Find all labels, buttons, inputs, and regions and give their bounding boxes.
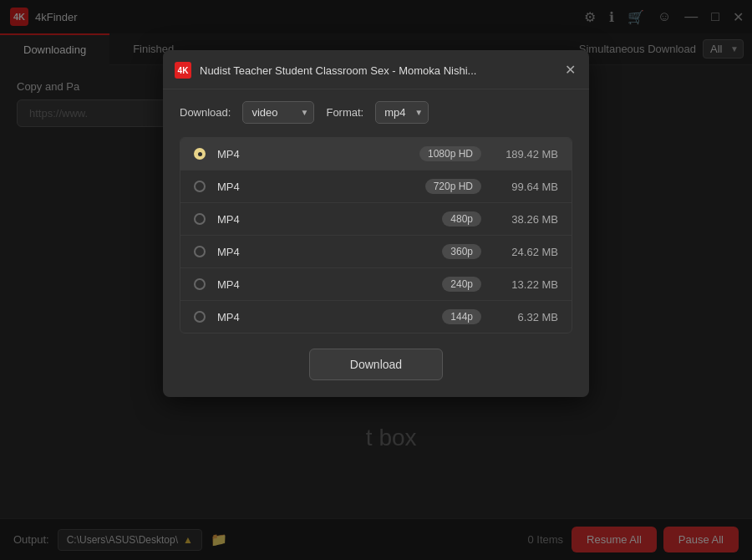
resolution-badge: 720p HD [425, 179, 481, 194]
resolution-badge: 240p [442, 277, 481, 292]
resolution-badge: 480p [442, 211, 481, 227]
modal-close-button[interactable]: ✕ [565, 64, 576, 77]
file-size: 189.42 MB [498, 148, 558, 160]
download-modal: 4K Nudist Teacher Student Classroom Sex … [163, 50, 589, 397]
quality-item[interactable]: MP4360p24.62 MB [180, 236, 572, 268]
modal-header: 4K Nudist Teacher Student Classroom Sex … [163, 50, 589, 89]
format-label: Format: [326, 106, 363, 119]
file-size: 13.22 MB [498, 278, 558, 291]
download-type-dropdown-wrapper: video audio subtitles ▼ [242, 101, 314, 124]
quality-item[interactable]: MP41080p HD189.42 MB [180, 138, 572, 171]
radio-button [194, 278, 206, 290]
format-label: MP4 [217, 278, 442, 291]
file-size: 24.62 MB [498, 246, 558, 258]
format-label: MP4 [217, 246, 442, 258]
quality-item[interactable]: MP4144p6.32 MB [180, 301, 572, 333]
modal-title: Nudist Teacher Student Classroom Sex - M… [200, 64, 556, 77]
download-button[interactable]: Download [309, 349, 443, 380]
quality-item[interactable]: MP4240p13.22 MB [180, 268, 572, 301]
radio-button [194, 148, 206, 160]
quality-list: MP41080p HD189.42 MBMP4720p HD99.64 MBMP… [180, 137, 572, 333]
resolution-badge: 144p [442, 309, 481, 324]
radio-button [194, 246, 206, 257]
modal-footer: Download [163, 349, 589, 380]
file-size: 99.64 MB [498, 181, 558, 193]
modal-logo: 4K [175, 62, 191, 79]
radio-button [194, 311, 206, 323]
format-label: MP4 [217, 148, 419, 160]
format-label: MP4 [217, 213, 442, 226]
quality-item[interactable]: MP4480p38.26 MB [180, 203, 572, 236]
format-label: MP4 [217, 311, 442, 323]
format-label: MP4 [217, 181, 425, 193]
format-dropdown-wrapper: mp4 mkv avi mov ▼ [375, 101, 429, 124]
quality-item[interactable]: MP4720p HD99.64 MB [180, 171, 572, 203]
download-type-select[interactable]: video audio subtitles [242, 101, 314, 124]
modal-controls: Download: video audio subtitles ▼ Format… [163, 89, 589, 132]
modal-overlay: 4K Nudist Teacher Student Classroom Sex … [0, 0, 752, 560]
file-size: 6.32 MB [498, 311, 558, 323]
resolution-badge: 1080p HD [419, 146, 481, 161]
file-size: 38.26 MB [498, 213, 558, 226]
radio-button [194, 213, 206, 225]
download-type-label: Download: [180, 106, 231, 119]
resolution-badge: 360p [442, 244, 481, 259]
format-select[interactable]: mp4 mkv avi mov [375, 101, 429, 124]
radio-button [194, 181, 206, 192]
